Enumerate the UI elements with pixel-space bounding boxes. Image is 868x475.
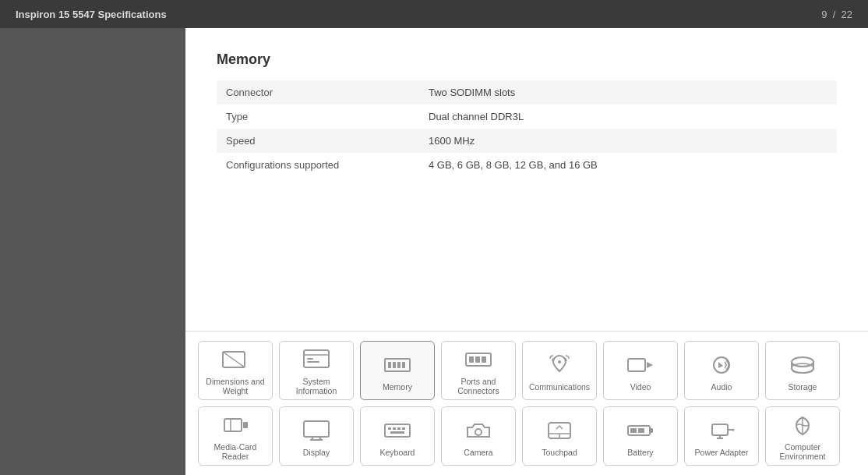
nav-label-touchpad: Touchpad (542, 448, 577, 458)
nav-item-audio[interactable]: Audio (684, 341, 759, 400)
svg-rect-33 (390, 431, 404, 434)
communications-icon (545, 351, 573, 379)
svg-rect-24 (304, 421, 329, 437)
nav-label-camera: Camera (464, 448, 492, 458)
nav-label-audio: Audio (711, 382, 732, 392)
svg-rect-13 (475, 356, 480, 363)
table-row: TypeDual channel DDR3L (217, 105, 837, 129)
svg-rect-12 (469, 356, 474, 363)
spec-value: 1600 MHz (419, 129, 837, 153)
svg-rect-9 (397, 362, 400, 368)
nav-item-memory[interactable]: Memory (360, 341, 435, 400)
svg-rect-42 (712, 424, 728, 435)
nav-grid: Dimensions andWeightSystemInformationMem… (185, 331, 868, 475)
nav-label-display: Display (303, 448, 330, 458)
nav-item-camera[interactable]: Camera (441, 406, 516, 466)
nav-label-power-adapter: Power Adapter (695, 448, 749, 458)
nav-item-computer-environment[interactable]: ComputerEnvironment (765, 406, 840, 466)
spec-label: Type (217, 105, 419, 129)
power-adapter-icon (707, 417, 736, 445)
svg-rect-29 (388, 427, 391, 430)
nav-item-ports-and-connectors[interactable]: Ports andConnectors (441, 341, 516, 400)
svg-rect-39 (650, 428, 653, 433)
nav-item-dimensions-and-weight[interactable]: Dimensions andWeight (198, 341, 273, 400)
svg-point-46 (732, 428, 735, 431)
nav-item-display[interactable]: Display (279, 406, 354, 466)
nav-item-storage[interactable]: Storage (765, 341, 840, 400)
spec-value: Dual channel DDR3L (419, 105, 837, 129)
media-card-reader-icon (221, 412, 249, 439)
svg-marker-17 (647, 362, 653, 368)
svg-point-34 (475, 429, 482, 435)
nav-label-communications: Communications (529, 382, 590, 392)
table-row: ConnectorTwo SODIMM slots (217, 80, 837, 105)
nav-item-video[interactable]: Video (603, 341, 678, 400)
spec-section: Memory ConnectorTwo SODIMM slotsTypeDual… (185, 28, 868, 331)
audio-icon (707, 351, 736, 379)
svg-rect-10 (402, 362, 405, 368)
nav-item-media-card-reader[interactable]: Media-CardReader (198, 406, 273, 466)
header-title: Inspiron 15 5547 Specifications (16, 9, 167, 20)
nav-row-2: Media-CardReaderDisplayKeyboardCameraTou… (198, 406, 856, 466)
nav-label-system-information: SystemInformation (296, 377, 337, 396)
header-page: 9 / 22 (821, 9, 852, 20)
display-icon (302, 417, 330, 445)
svg-rect-23 (243, 422, 248, 428)
nav-label-battery: Battery (627, 448, 653, 458)
header: Inspiron 15 5547 Specifications 9 / 22 (0, 0, 868, 28)
memory-icon (383, 351, 411, 379)
svg-rect-40 (630, 428, 637, 433)
sidebar (0, 28, 185, 475)
nav-item-power-adapter[interactable]: Power Adapter (684, 406, 759, 466)
nav-label-ports-and-connectors: Ports andConnectors (457, 377, 499, 396)
nav-label-keyboard: Keyboard (380, 448, 415, 458)
svg-rect-32 (402, 427, 405, 430)
svg-rect-16 (628, 359, 645, 371)
table-row: Configurations supported4 GB, 6 GB, 8 GB… (217, 153, 837, 177)
table-row: Speed1600 MHz (217, 129, 837, 153)
spec-label: Configurations supported (217, 153, 419, 177)
svg-rect-28 (385, 424, 410, 437)
battery-icon (626, 417, 655, 445)
nav-item-communications[interactable]: Communications (522, 341, 597, 400)
nav-item-battery[interactable]: Battery (603, 406, 678, 466)
nav-label-video: Video (630, 382, 651, 392)
nav-label-media-card-reader: Media-CardReader (214, 442, 257, 462)
svg-rect-30 (393, 427, 396, 430)
nav-item-touchpad[interactable]: Touchpad (522, 406, 597, 466)
touchpad-icon (545, 417, 573, 445)
system-information-icon (302, 346, 330, 374)
nav-label-computer-environment: ComputerEnvironment (780, 442, 826, 462)
svg-rect-7 (388, 362, 391, 368)
dimensions-and-weight-icon (221, 346, 249, 374)
computer-environment-icon (789, 412, 817, 439)
storage-icon (789, 351, 817, 379)
svg-rect-21 (224, 419, 242, 431)
section-title: Memory (217, 51, 837, 68)
keyboard-icon (383, 417, 411, 445)
svg-point-20 (792, 363, 813, 373)
nav-item-system-information[interactable]: SystemInformation (279, 341, 354, 400)
ports-and-connectors-icon (464, 346, 492, 374)
spec-value: Two SODIMM slots (419, 80, 837, 105)
content-area: Memory ConnectorTwo SODIMM slotsTypeDual… (185, 28, 868, 475)
svg-rect-31 (397, 427, 400, 430)
svg-rect-4 (307, 358, 313, 360)
svg-rect-14 (482, 356, 486, 363)
svg-rect-5 (307, 361, 319, 363)
svg-point-15 (558, 360, 561, 363)
spec-label: Speed (217, 129, 419, 153)
svg-line-1 (223, 352, 245, 367)
spec-value: 4 GB, 6 GB, 8 GB, 12 GB, and 16 GB (419, 153, 837, 177)
nav-label-dimensions-and-weight: Dimensions andWeight (206, 377, 264, 396)
nav-label-storage: Storage (789, 382, 817, 392)
camera-icon (464, 417, 492, 445)
svg-rect-41 (638, 428, 644, 433)
nav-item-keyboard[interactable]: Keyboard (360, 406, 435, 466)
nav-row-1: Dimensions andWeightSystemInformationMem… (198, 341, 856, 400)
spec-table: ConnectorTwo SODIMM slotsTypeDual channe… (217, 80, 837, 177)
main-area: Memory ConnectorTwo SODIMM slotsTypeDual… (0, 28, 868, 475)
svg-rect-8 (393, 362, 396, 368)
nav-label-memory: Memory (383, 382, 412, 392)
video-icon (626, 351, 655, 379)
